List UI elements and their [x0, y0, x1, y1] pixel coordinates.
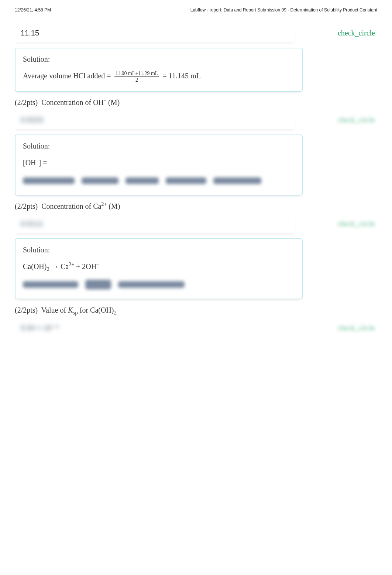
q2-points: (2/2pts)	[15, 98, 38, 106]
q1-solution-prefix: Average volume HCl added =	[23, 72, 113, 80]
q2-answer-row: 0.0223 check_circle	[15, 110, 377, 129]
q2-answer-value: 0.0223	[21, 116, 43, 124]
q3-title: Concentration of Ca2+ (M)	[41, 202, 120, 210]
q3-answer-row: 0.0111 check_circle	[15, 214, 377, 233]
q3-answer-value: 0.0111	[21, 220, 43, 228]
q4-answer-value: 5.54 × 10⁻⁶	[21, 323, 59, 332]
q4-heading: (2/2pts) Value of Ksp for Ca(OH)2	[15, 306, 377, 314]
q2-answer-box: 0.0223	[15, 110, 295, 129]
q3-solution-body: Ca(OH)2 → Ca2+ + 2OH–	[23, 259, 295, 290]
q1-fraction-denominator: 2	[114, 77, 159, 83]
q3-hidden-work	[23, 276, 295, 290]
q3-points: (2/2pts)	[15, 202, 38, 210]
q2-solution-card: Solution: [OH–] =	[15, 135, 303, 195]
q3-answer-box: 0.0111	[15, 214, 295, 233]
q1-solution-body: Average volume HCl added = 11.00 mL+11.2…	[23, 69, 295, 83]
q1-solution-suffix: = 11.145 mL	[162, 72, 200, 80]
header-title: Labflow - report: Data and Report Submis…	[190, 7, 377, 13]
q2-hidden-work	[23, 173, 295, 187]
q4-points: (2/2pts)	[15, 306, 38, 314]
q1-fraction: 11.00 mL+11.29 mL 2	[113, 71, 161, 83]
q1-status-icon: check_circle	[338, 29, 377, 37]
q2-solution-label: Solution:	[23, 142, 295, 150]
q4-answer-row: 5.54 × 10⁻⁶ check_circle	[15, 318, 377, 337]
q2-line1: [OH–] =	[23, 156, 295, 170]
q4-status-icon: check_circle	[338, 324, 377, 332]
q1-answer-box: 11.15	[15, 24, 295, 42]
q1-fraction-numerator: 11.00 mL+11.29 mL	[114, 71, 159, 77]
q4-title: Value of Ksp for Ca(OH)2	[41, 306, 117, 314]
q3-status-icon: check_circle	[338, 220, 377, 228]
q3-reaction: Ca(OH)2 → Ca2+ + 2OH–	[23, 259, 295, 273]
header-timestamp: 12/26/21, 4:58 PM	[15, 7, 51, 13]
q4-answer-box: 5.54 × 10⁻⁶	[15, 318, 295, 337]
q3-solution-card: Solution: Ca(OH)2 → Ca2+ + 2OH–	[15, 238, 303, 299]
q2-solution-body: [OH–] =	[23, 156, 295, 187]
page-header: 12/26/21, 4:58 PM Labflow - report: Data…	[15, 7, 377, 13]
q2-status-icon: check_circle	[338, 116, 377, 124]
q2-title: Concentration of OH– (M)	[41, 98, 120, 106]
q1-solution-card: Solution: Average volume HCl added = 11.…	[15, 48, 303, 92]
q3-heading: (2/2pts) Concentration of Ca2+ (M)	[15, 202, 377, 211]
q1-answer-row: 11.15 check_circle	[15, 24, 377, 42]
q1-answer-value: 11.15	[21, 29, 39, 37]
q3-solution-label: Solution:	[23, 246, 295, 254]
q2-heading: (2/2pts) Concentration of OH– (M)	[15, 98, 377, 107]
q1-solution-label: Solution:	[23, 55, 295, 64]
